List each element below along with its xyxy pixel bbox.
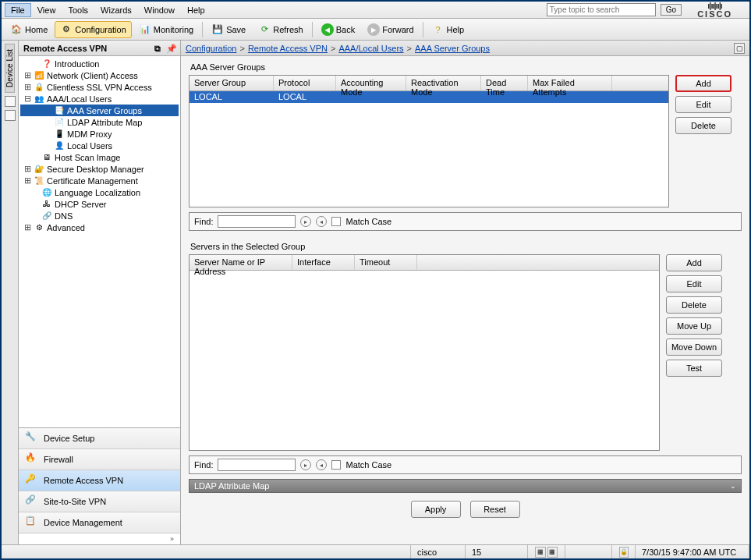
delete-button[interactable]: Delete xyxy=(666,296,722,314)
nav-tree[interactable]: ❓Introduction⊞📶Network (Client) Access⊞🔒… xyxy=(19,56,180,427)
menu-tools[interactable]: Tools xyxy=(62,3,94,17)
chevron-down-icon: ⌄ xyxy=(730,482,736,490)
column-header[interactable]: Timeout xyxy=(355,255,417,270)
category-more[interactable]: » xyxy=(19,533,180,544)
ldap-attribute-map-panel[interactable]: LDAP Attribute Map⌄ xyxy=(189,479,742,493)
monitoring-button[interactable]: 📊Monitoring xyxy=(133,21,199,38)
tree-item[interactable]: ⊟👥AAA/Local Users xyxy=(20,93,179,105)
tree-item[interactable]: 📄LDAP Attribute Map xyxy=(20,116,179,128)
edit-button[interactable]: Edit xyxy=(675,96,732,113)
reset-button[interactable]: Reset xyxy=(470,501,520,518)
device-list-tab[interactable]: Device List xyxy=(5,44,15,93)
tree-toggle-icon[interactable]: ⊞ xyxy=(23,82,32,92)
table-row[interactable]: LOCALLOCAL xyxy=(190,91,668,103)
menu-help[interactable]: Help xyxy=(181,3,211,17)
tree-item[interactable]: 🔗DNS xyxy=(20,210,179,222)
back-button[interactable]: ◄Back xyxy=(316,21,360,38)
table-cell: LOCAL xyxy=(190,91,274,103)
tree-toggle-icon[interactable]: ⊞ xyxy=(23,70,32,80)
status-num: 15 xyxy=(466,545,528,558)
move-up-button[interactable]: Move Up xyxy=(666,317,722,335)
status-icon-2[interactable]: ▦ xyxy=(547,547,558,558)
apply-button[interactable]: Apply xyxy=(411,501,461,518)
add-button[interactable]: Add xyxy=(666,254,722,271)
tree-item[interactable]: 👤Local Users xyxy=(20,140,179,151)
tree-toggle-icon[interactable]: ⊞ xyxy=(23,222,32,232)
column-header[interactable]: Server Name or IP Address xyxy=(190,255,292,270)
tree-item[interactable]: ⊞📜Certificate Management xyxy=(20,175,179,186)
add-button[interactable]: Add xyxy=(675,75,732,92)
category-label: Firewall xyxy=(44,455,73,464)
configuration-button[interactable]: ⚙Configuration xyxy=(55,21,131,38)
groups-match-case-checkbox[interactable] xyxy=(331,217,341,226)
tree-label: Advanced xyxy=(46,223,85,232)
tree-item[interactable]: 🖥Host Scan Image xyxy=(20,151,179,163)
dock-button-1[interactable] xyxy=(5,96,16,107)
tree-item[interactable]: ⊞🔒Clientless SSL VPN Access xyxy=(20,81,179,93)
column-header[interactable]: Max Failed Attempts xyxy=(528,76,612,90)
help-search-go-button[interactable]: Go xyxy=(661,4,682,16)
tree-item[interactable]: ❓Introduction xyxy=(20,58,179,69)
crumb-configuration[interactable]: Configuration xyxy=(186,44,236,53)
tree-node-icon: 🔐 xyxy=(34,164,44,175)
tree-toggle-icon[interactable]: ⊞ xyxy=(23,164,32,174)
crumb-remote-access-vpn[interactable]: Remote Access VPN xyxy=(248,44,328,53)
dock-button-2[interactable] xyxy=(5,110,16,121)
menu-wizards[interactable]: Wizards xyxy=(94,3,138,17)
tree-item[interactable]: ⊞📶Network (Client) Access xyxy=(20,69,179,81)
tree-item[interactable]: 🌐Language Localization xyxy=(20,186,179,198)
move-down-button[interactable]: Move Down xyxy=(666,338,722,356)
refresh-button[interactable]: ⟳Refresh xyxy=(253,21,309,38)
servers-find-bar: Find: ▸ ◂ Match Case xyxy=(189,455,742,474)
category-item[interactable]: 🔗Site-to-Site VPN xyxy=(19,491,180,512)
help-search-input[interactable] xyxy=(547,3,656,16)
help-button[interactable]: ?Help xyxy=(427,21,470,38)
tree-item[interactable]: ⊞⚙Advanced xyxy=(20,222,179,233)
forward-button[interactable]: ►Forward xyxy=(362,21,419,38)
home-button[interactable]: 🏠Home xyxy=(5,21,53,38)
status-icon-1[interactable]: ▦ xyxy=(535,547,546,558)
sidebar-detach-icon[interactable]: ⧉ xyxy=(154,44,164,53)
menu-file[interactable]: File xyxy=(5,3,31,17)
tree-item[interactable]: 🖧DHCP Server xyxy=(20,198,179,210)
column-header[interactable]: Accounting Mode xyxy=(336,76,406,90)
monitor-icon: 📊 xyxy=(139,23,151,36)
groups-table[interactable]: Server GroupProtocolAccounting ModeReact… xyxy=(189,75,669,207)
column-header[interactable]: Protocol xyxy=(274,76,336,90)
tree-label: DNS xyxy=(54,211,73,221)
menu-view[interactable]: View xyxy=(31,3,62,17)
edit-button[interactable]: Edit xyxy=(666,275,722,292)
column-header[interactable]: Dead Time xyxy=(481,76,528,90)
find-next-icon-2[interactable]: ▸ xyxy=(300,459,311,470)
category-item[interactable]: 🔥Firewall xyxy=(19,449,180,470)
tree-item[interactable]: 📱MDM Proxy xyxy=(20,128,179,140)
crumb-aaa-server-groups[interactable]: AAA Server Groups xyxy=(415,44,490,53)
category-item[interactable]: 📋Device Management xyxy=(19,512,180,533)
find-next-icon[interactable]: ▸ xyxy=(300,216,311,227)
column-header[interactable]: Reactivation Mode xyxy=(406,76,481,90)
column-header[interactable]: Interface xyxy=(292,255,355,270)
category-item[interactable]: 🔧Device Setup xyxy=(19,428,180,449)
category-label: Device Management xyxy=(44,518,122,527)
tree-toggle-icon[interactable]: ⊞ xyxy=(23,175,32,186)
tree-toggle-icon[interactable]: ⊟ xyxy=(23,94,32,104)
find-prev-icon[interactable]: ◂ xyxy=(316,216,327,227)
menu-window[interactable]: Window xyxy=(138,3,181,17)
tree-label: AAA Server Groups xyxy=(66,106,142,115)
breadcrumb-collapse-icon[interactable]: ▢ xyxy=(734,43,745,54)
servers-match-case-checkbox[interactable] xyxy=(331,460,341,470)
delete-button[interactable]: Delete xyxy=(675,117,732,134)
category-item[interactable]: 🔑Remote Access VPN xyxy=(19,470,180,491)
sidebar-pin-icon[interactable]: 📌 xyxy=(166,44,175,53)
crumb-aaa-local-users[interactable]: AAA/Local Users xyxy=(338,44,403,53)
servers-table[interactable]: Server Name or IP AddressInterfaceTimeou… xyxy=(189,254,660,451)
save-button[interactable]: 💾Save xyxy=(206,21,251,38)
test-button[interactable]: Test xyxy=(666,360,722,377)
column-header[interactable]: Server Group xyxy=(190,76,274,90)
servers-find-input[interactable] xyxy=(218,459,296,471)
tree-node-icon: 📄 xyxy=(54,117,65,128)
find-prev-icon-2[interactable]: ◂ xyxy=(316,459,327,470)
groups-find-input[interactable] xyxy=(218,215,296,228)
tree-item[interactable]: 📑AAA Server Groups xyxy=(20,105,179,116)
tree-item[interactable]: ⊞🔐Secure Desktop Manager xyxy=(20,163,179,175)
